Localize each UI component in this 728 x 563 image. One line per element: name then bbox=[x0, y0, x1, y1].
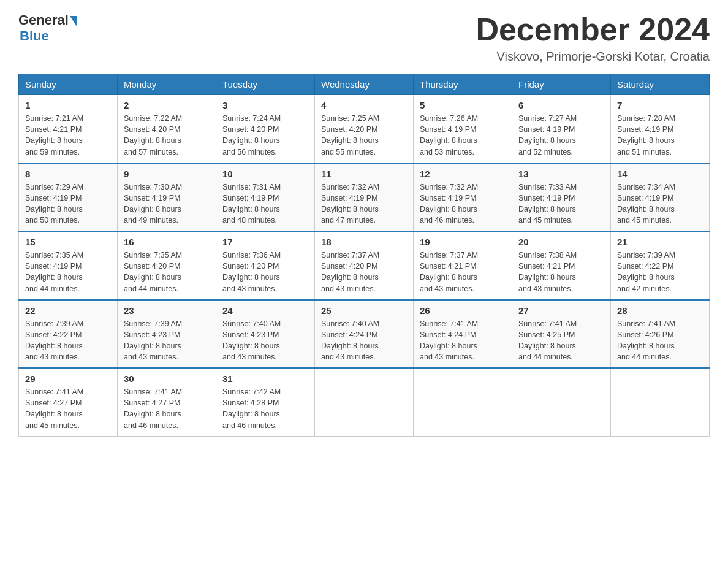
day-number: 23 bbox=[124, 305, 210, 316]
day-info: Sunrise: 7:41 AMSunset: 4:27 PMDaylight:… bbox=[25, 386, 111, 431]
calendar-day-cell: 21Sunrise: 7:39 AMSunset: 4:22 PMDayligh… bbox=[611, 231, 710, 300]
weekday-header-row: SundayMondayTuesdayWednesdayThursdayFrid… bbox=[19, 74, 710, 95]
calendar-day-cell: 7Sunrise: 7:28 AMSunset: 4:19 PMDaylight… bbox=[611, 95, 710, 163]
weekday-header-sunday: Sunday bbox=[19, 74, 118, 95]
calendar-day-cell: 30Sunrise: 7:41 AMSunset: 4:27 PMDayligh… bbox=[118, 368, 216, 436]
calendar-day-cell: 28Sunrise: 7:41 AMSunset: 4:26 PMDayligh… bbox=[611, 300, 710, 369]
logo-blue-text: Blue bbox=[20, 28, 49, 44]
logo-arrow-icon bbox=[70, 16, 77, 27]
logo-general-text: General bbox=[18, 12, 69, 28]
month-year-title: December 2024 bbox=[476, 12, 710, 47]
day-info: Sunrise: 7:32 AMSunset: 4:19 PMDaylight:… bbox=[321, 182, 407, 226]
day-number: 31 bbox=[222, 373, 308, 384]
calendar-day-cell: 31Sunrise: 7:42 AMSunset: 4:28 PMDayligh… bbox=[216, 368, 315, 436]
day-number: 5 bbox=[420, 100, 506, 110]
day-info: Sunrise: 7:40 AMSunset: 4:23 PMDaylight:… bbox=[222, 318, 308, 363]
day-info: Sunrise: 7:38 AMSunset: 4:21 PMDaylight:… bbox=[518, 250, 604, 294]
day-info: Sunrise: 7:22 AMSunset: 4:20 PMDaylight:… bbox=[124, 113, 210, 158]
day-info: Sunrise: 7:37 AMSunset: 4:20 PMDaylight:… bbox=[321, 250, 407, 294]
day-number: 28 bbox=[617, 305, 703, 316]
calendar-day-cell: 24Sunrise: 7:40 AMSunset: 4:23 PMDayligh… bbox=[216, 300, 315, 369]
day-info: Sunrise: 7:33 AMSunset: 4:19 PMDaylight:… bbox=[518, 182, 604, 226]
day-info: Sunrise: 7:37 AMSunset: 4:21 PMDaylight:… bbox=[420, 250, 506, 294]
day-number: 27 bbox=[518, 305, 604, 316]
day-info: Sunrise: 7:27 AMSunset: 4:19 PMDaylight:… bbox=[518, 113, 604, 158]
day-number: 25 bbox=[321, 305, 407, 316]
calendar-day-cell: 10Sunrise: 7:31 AMSunset: 4:19 PMDayligh… bbox=[216, 163, 315, 232]
day-info: Sunrise: 7:40 AMSunset: 4:24 PMDaylight:… bbox=[321, 318, 407, 363]
calendar-day-cell bbox=[414, 368, 512, 436]
day-info: Sunrise: 7:34 AMSunset: 4:19 PMDaylight:… bbox=[617, 182, 703, 226]
calendar-day-cell: 5Sunrise: 7:26 AMSunset: 4:19 PMDaylight… bbox=[414, 95, 512, 163]
calendar-day-cell: 29Sunrise: 7:41 AMSunset: 4:27 PMDayligh… bbox=[19, 368, 118, 436]
calendar-day-cell: 18Sunrise: 7:37 AMSunset: 4:20 PMDayligh… bbox=[315, 231, 414, 300]
calendar-week-row: 29Sunrise: 7:41 AMSunset: 4:27 PMDayligh… bbox=[19, 368, 710, 436]
calendar-week-row: 1Sunrise: 7:21 AMSunset: 4:21 PMDaylight… bbox=[19, 95, 710, 163]
calendar-day-cell: 9Sunrise: 7:30 AMSunset: 4:19 PMDaylight… bbox=[118, 163, 216, 232]
calendar-day-cell: 19Sunrise: 7:37 AMSunset: 4:21 PMDayligh… bbox=[414, 231, 512, 300]
day-info: Sunrise: 7:39 AMSunset: 4:22 PMDaylight:… bbox=[617, 250, 703, 294]
day-info: Sunrise: 7:41 AMSunset: 4:24 PMDaylight:… bbox=[420, 318, 506, 363]
calendar-day-cell bbox=[315, 368, 414, 436]
day-number: 3 bbox=[222, 100, 308, 110]
day-number: 6 bbox=[518, 100, 604, 110]
calendar-day-cell: 16Sunrise: 7:35 AMSunset: 4:20 PMDayligh… bbox=[118, 231, 216, 300]
calendar-day-cell: 26Sunrise: 7:41 AMSunset: 4:24 PMDayligh… bbox=[414, 300, 512, 369]
calendar-day-cell: 15Sunrise: 7:35 AMSunset: 4:19 PMDayligh… bbox=[19, 231, 118, 300]
day-number: 12 bbox=[420, 169, 506, 179]
day-number: 15 bbox=[25, 237, 111, 247]
day-info: Sunrise: 7:26 AMSunset: 4:19 PMDaylight:… bbox=[420, 113, 506, 158]
day-info: Sunrise: 7:36 AMSunset: 4:20 PMDaylight:… bbox=[222, 250, 308, 294]
title-section: December 2024 Viskovo, Primorje-Gorski K… bbox=[476, 12, 710, 64]
day-info: Sunrise: 7:28 AMSunset: 4:19 PMDaylight:… bbox=[617, 113, 703, 158]
day-info: Sunrise: 7:31 AMSunset: 4:19 PMDaylight:… bbox=[222, 182, 308, 226]
day-number: 9 bbox=[124, 169, 210, 179]
day-number: 18 bbox=[321, 237, 407, 247]
weekday-header-saturday: Saturday bbox=[611, 74, 710, 95]
logo: General Blue bbox=[18, 12, 78, 44]
calendar-day-cell: 4Sunrise: 7:25 AMSunset: 4:20 PMDaylight… bbox=[315, 95, 414, 163]
day-number: 7 bbox=[617, 100, 703, 110]
calendar-day-cell: 3Sunrise: 7:24 AMSunset: 4:20 PMDaylight… bbox=[216, 95, 315, 163]
day-number: 21 bbox=[617, 237, 703, 247]
calendar-week-row: 8Sunrise: 7:29 AMSunset: 4:19 PMDaylight… bbox=[19, 163, 710, 232]
day-number: 11 bbox=[321, 169, 407, 179]
day-info: Sunrise: 7:39 AMSunset: 4:23 PMDaylight:… bbox=[124, 318, 210, 363]
calendar-day-cell: 8Sunrise: 7:29 AMSunset: 4:19 PMDaylight… bbox=[19, 163, 118, 232]
day-number: 20 bbox=[518, 237, 604, 247]
day-number: 16 bbox=[124, 237, 210, 247]
day-info: Sunrise: 7:42 AMSunset: 4:28 PMDaylight:… bbox=[222, 386, 308, 431]
day-number: 2 bbox=[124, 100, 210, 110]
day-info: Sunrise: 7:32 AMSunset: 4:19 PMDaylight:… bbox=[420, 182, 506, 226]
calendar-day-cell: 20Sunrise: 7:38 AMSunset: 4:21 PMDayligh… bbox=[512, 231, 611, 300]
day-info: Sunrise: 7:30 AMSunset: 4:19 PMDaylight:… bbox=[124, 182, 210, 226]
weekday-header-monday: Monday bbox=[118, 74, 216, 95]
calendar-day-cell: 6Sunrise: 7:27 AMSunset: 4:19 PMDaylight… bbox=[512, 95, 611, 163]
day-number: 8 bbox=[25, 169, 111, 179]
day-number: 4 bbox=[321, 100, 407, 110]
calendar-week-row: 15Sunrise: 7:35 AMSunset: 4:19 PMDayligh… bbox=[19, 231, 710, 300]
day-number: 17 bbox=[222, 237, 308, 247]
day-number: 13 bbox=[518, 169, 604, 179]
calendar-day-cell: 1Sunrise: 7:21 AMSunset: 4:21 PMDaylight… bbox=[19, 95, 118, 163]
weekday-header-friday: Friday bbox=[512, 74, 611, 95]
calendar-day-cell: 11Sunrise: 7:32 AMSunset: 4:19 PMDayligh… bbox=[315, 163, 414, 232]
calendar-day-cell bbox=[611, 368, 710, 436]
day-info: Sunrise: 7:24 AMSunset: 4:20 PMDaylight:… bbox=[222, 113, 308, 158]
calendar-day-cell: 12Sunrise: 7:32 AMSunset: 4:19 PMDayligh… bbox=[414, 163, 512, 232]
day-info: Sunrise: 7:25 AMSunset: 4:20 PMDaylight:… bbox=[321, 113, 407, 158]
day-number: 30 bbox=[124, 373, 210, 384]
calendar-day-cell: 22Sunrise: 7:39 AMSunset: 4:22 PMDayligh… bbox=[19, 300, 118, 369]
day-info: Sunrise: 7:39 AMSunset: 4:22 PMDaylight:… bbox=[25, 318, 111, 363]
day-info: Sunrise: 7:41 AMSunset: 4:26 PMDaylight:… bbox=[617, 318, 703, 363]
day-number: 10 bbox=[222, 169, 308, 179]
weekday-header-wednesday: Wednesday bbox=[315, 74, 414, 95]
calendar-day-cell: 23Sunrise: 7:39 AMSunset: 4:23 PMDayligh… bbox=[118, 300, 216, 369]
day-number: 19 bbox=[420, 237, 506, 247]
day-number: 22 bbox=[25, 305, 111, 316]
day-info: Sunrise: 7:35 AMSunset: 4:19 PMDaylight:… bbox=[25, 250, 111, 294]
calendar-day-cell: 27Sunrise: 7:41 AMSunset: 4:25 PMDayligh… bbox=[512, 300, 611, 369]
day-info: Sunrise: 7:41 AMSunset: 4:27 PMDaylight:… bbox=[124, 386, 210, 431]
day-info: Sunrise: 7:29 AMSunset: 4:19 PMDaylight:… bbox=[25, 182, 111, 226]
day-number: 1 bbox=[25, 100, 111, 110]
